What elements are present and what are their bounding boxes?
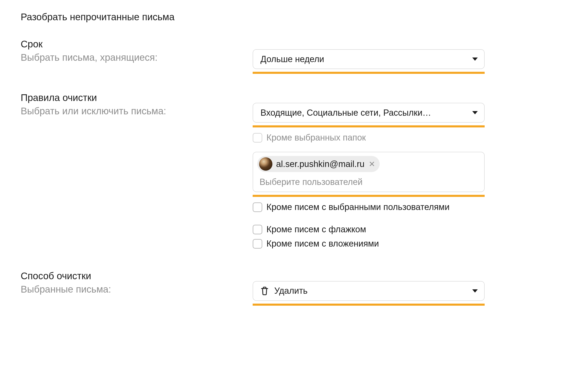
chevron-down-icon (472, 111, 478, 114)
except-flag-checkbox-row[interactable]: Кроме писем с флажком (253, 223, 485, 235)
except-flag-label: Кроме писем с флажком (266, 223, 366, 235)
users-input-box[interactable]: al.ser.pushkin@mail.ru ✕ Выберите пользо… (253, 152, 485, 192)
method-heading: Способ очистки (21, 271, 244, 282)
trash-icon (261, 286, 269, 295)
checkbox-icon (253, 239, 262, 249)
checkbox-icon (253, 225, 262, 234)
period-heading: Срок (21, 39, 244, 50)
except-users-checkbox-row[interactable]: Кроме писем с выбранными пользователями (253, 201, 485, 213)
period-subtitle: Выбрать письма, хранящиеся: (21, 52, 244, 63)
checkbox-icon (253, 133, 262, 143)
folders-select-value: Входящие, Социальные сети, Рассылки… (261, 108, 469, 118)
rules-subtitle: Выбрать или исключить письма: (21, 105, 244, 117)
user-chip-email: al.ser.pushkin@mail.ru (276, 159, 365, 169)
method-select[interactable]: Удалить (253, 281, 485, 301)
except-users-label: Кроме писем с выбранными пользователями (266, 201, 450, 213)
highlight-underline (253, 125, 485, 127)
except-folders-checkbox-row[interactable]: Кроме выбранных папок (253, 132, 485, 144)
except-attach-label: Кроме писем с вложениями (266, 238, 379, 250)
folders-select[interactable]: Входящие, Социальные сети, Рассылки… (253, 103, 485, 123)
highlight-underline (253, 304, 485, 306)
chevron-down-icon (472, 289, 478, 293)
method-subtitle: Выбранные письма: (21, 284, 244, 295)
page-title: Разобрать непрочитанные письма (21, 11, 567, 22)
chip-remove-icon[interactable]: ✕ (368, 159, 375, 169)
method-select-value: Удалить (274, 286, 308, 296)
avatar (259, 157, 272, 171)
highlight-underline (253, 195, 485, 197)
user-chip[interactable]: al.ser.pushkin@mail.ru ✕ (257, 156, 380, 172)
except-attach-checkbox-row[interactable]: Кроме писем с вложениями (253, 238, 485, 250)
highlight-underline (253, 72, 485, 74)
rules-heading: Правила очистки (21, 92, 244, 103)
chevron-down-icon (472, 58, 478, 61)
checkbox-icon (253, 202, 262, 212)
period-select[interactable]: Дольше недели (253, 49, 485, 69)
period-select-value: Дольше недели (261, 54, 469, 64)
users-input-placeholder[interactable]: Выберите пользователей (257, 177, 480, 187)
except-folders-label: Кроме выбранных папок (266, 132, 366, 144)
